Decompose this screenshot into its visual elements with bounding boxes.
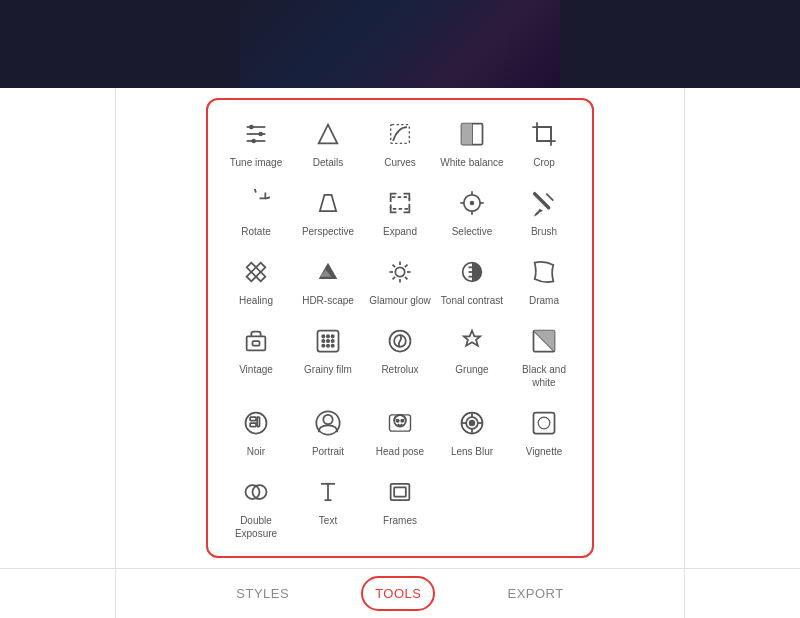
- tool-healing[interactable]: Healing: [220, 248, 292, 313]
- svg-rect-54: [250, 423, 256, 427]
- lens-blur-icon: [454, 405, 490, 441]
- head-pose-icon: [382, 405, 418, 441]
- svg-point-60: [401, 420, 403, 422]
- tool-noir[interactable]: Noir: [220, 399, 292, 464]
- portrait-icon: [310, 405, 346, 441]
- svg-rect-10: [462, 124, 473, 145]
- tool-frames[interactable]: Frames: [364, 468, 436, 546]
- svg-point-46: [327, 345, 329, 347]
- noir-label: Noir: [247, 445, 265, 458]
- svg-point-70: [538, 417, 550, 429]
- vintage-label: Vintage: [239, 363, 273, 376]
- preview-image: [240, 0, 560, 88]
- svg-point-23: [395, 267, 404, 276]
- tool-brush[interactable]: Brush: [508, 179, 580, 244]
- svg-rect-61: [390, 415, 411, 431]
- tool-text[interactable]: Text: [292, 468, 364, 546]
- tab-styles[interactable]: STYLES: [224, 578, 301, 609]
- tune-image-label: Tune image: [230, 156, 282, 169]
- lens-blur-label: Lens Blur: [451, 445, 493, 458]
- details-icon: [310, 116, 346, 152]
- tool-crop[interactable]: Crop: [508, 110, 580, 175]
- grunge-icon: [454, 323, 490, 359]
- tool-white-balance[interactable]: White balance: [436, 110, 508, 175]
- svg-point-47: [332, 345, 334, 347]
- tool-double-exposure[interactable]: Double Exposure: [220, 468, 292, 546]
- svg-rect-77: [394, 487, 406, 496]
- tool-head-pose[interactable]: Head pose: [364, 399, 436, 464]
- crop-icon: [526, 116, 562, 152]
- tab-tools[interactable]: TOOLS: [361, 576, 435, 611]
- tab-export[interactable]: EXPORT: [495, 578, 575, 609]
- svg-point-4: [258, 132, 263, 137]
- tune-image-icon: [238, 116, 274, 152]
- svg-marker-12: [320, 195, 336, 211]
- vignette-label: Vignette: [526, 445, 563, 458]
- tools-grid: Tune image Details Curves: [206, 98, 594, 558]
- white-balance-icon: [454, 116, 490, 152]
- perspective-icon: [310, 185, 346, 221]
- tool-tune-image[interactable]: Tune image: [220, 110, 292, 175]
- curves-icon: [382, 116, 418, 152]
- svg-point-64: [470, 421, 475, 426]
- svg-rect-37: [253, 341, 260, 346]
- tool-perspective[interactable]: Perspective: [292, 179, 364, 244]
- tool-vignette[interactable]: Vignette: [508, 399, 580, 464]
- hdr-scape-label: HDR-scape: [302, 294, 354, 307]
- tool-rotate[interactable]: Rotate: [220, 179, 292, 244]
- svg-point-15: [470, 201, 475, 206]
- tool-black-and-white[interactable]: Black and white: [508, 317, 580, 395]
- crop-label: Crop: [533, 156, 555, 169]
- black-and-white-label: Black and white: [512, 363, 576, 389]
- svg-rect-69: [534, 413, 555, 434]
- vintage-icon: [238, 323, 274, 359]
- tool-glamour-glow[interactable]: Glamour glow: [364, 248, 436, 313]
- bottom-tabs: STYLES TOOLS EXPORT: [0, 568, 800, 618]
- tool-hdr-scape[interactable]: HDR-scape: [292, 248, 364, 313]
- tool-selective[interactable]: Selective: [436, 179, 508, 244]
- tools-grid-container: Tune image Details Curves: [0, 88, 800, 568]
- svg-point-43: [327, 340, 329, 342]
- svg-point-56: [323, 415, 332, 424]
- brush-label: Brush: [531, 225, 557, 238]
- svg-point-40: [327, 335, 329, 337]
- double-exposure-label: Double Exposure: [224, 514, 288, 540]
- tool-vintage[interactable]: Vintage: [220, 317, 292, 395]
- tool-grunge[interactable]: Grunge: [436, 317, 508, 395]
- tool-curves[interactable]: Curves: [364, 110, 436, 175]
- rotate-icon: [238, 185, 274, 221]
- tool-portrait[interactable]: Portrait: [292, 399, 364, 464]
- svg-line-28: [393, 265, 396, 268]
- tool-retrolux[interactable]: Retrolux: [364, 317, 436, 395]
- tool-grainy-film[interactable]: Grainy film: [292, 317, 364, 395]
- svg-rect-11: [537, 127, 551, 141]
- grunge-label: Grunge: [455, 363, 488, 376]
- tonal-contrast-icon: [454, 254, 490, 290]
- selective-icon: [454, 185, 490, 221]
- hdr-scape-icon: [310, 254, 346, 290]
- expand-icon: [382, 185, 418, 221]
- tool-details[interactable]: Details: [292, 110, 364, 175]
- frames-label: Frames: [383, 514, 417, 527]
- tool-tonal-contrast[interactable]: Tonal contrast: [436, 248, 508, 313]
- tool-drama[interactable]: Drama: [508, 248, 580, 313]
- perspective-label: Perspective: [302, 225, 354, 238]
- brush-icon: [526, 185, 562, 221]
- black-and-white-icon: [526, 323, 562, 359]
- svg-point-39: [322, 335, 324, 337]
- expand-label: Expand: [383, 225, 417, 238]
- details-label: Details: [313, 156, 344, 169]
- svg-point-45: [322, 345, 324, 347]
- portrait-label: Portrait: [312, 445, 344, 458]
- grainy-film-label: Grainy film: [304, 363, 352, 376]
- tool-lens-blur[interactable]: Lens Blur: [436, 399, 508, 464]
- double-exposure-icon: [238, 474, 274, 510]
- svg-point-5: [251, 139, 256, 144]
- image-preview: [0, 0, 800, 88]
- healing-icon: [238, 254, 274, 290]
- tool-expand[interactable]: Expand: [364, 179, 436, 244]
- glamour-glow-label: Glamour glow: [369, 294, 431, 307]
- svg-point-42: [322, 340, 324, 342]
- grainy-film-icon: [310, 323, 346, 359]
- glamour-glow-icon: [382, 254, 418, 290]
